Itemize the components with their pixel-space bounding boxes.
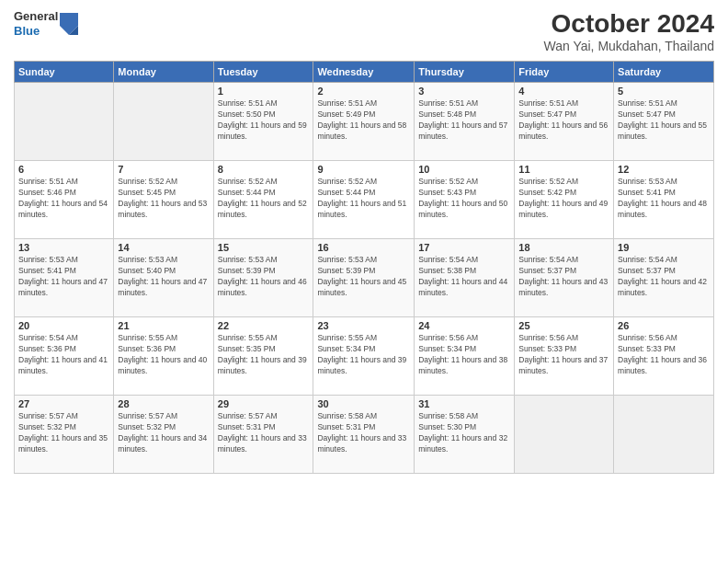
day-info: Sunrise: 5:51 AM Sunset: 5:47 PM Dayligh… bbox=[618, 98, 710, 143]
day-info: Sunrise: 5:54 AM Sunset: 5:37 PM Dayligh… bbox=[518, 255, 609, 299]
day-number: 5 bbox=[618, 86, 710, 97]
calendar-week-row: 27Sunrise: 5:57 AM Sunset: 5:32 PM Dayli… bbox=[15, 396, 714, 474]
calendar-cell: 23Sunrise: 5:55 AM Sunset: 5:34 PM Dayli… bbox=[313, 317, 415, 396]
day-number: 17 bbox=[418, 242, 510, 253]
calendar-week-row: 6Sunrise: 5:51 AM Sunset: 5:46 PM Daylig… bbox=[15, 161, 714, 239]
calendar-weekday-header: Thursday bbox=[415, 62, 515, 83]
day-info: Sunrise: 5:54 AM Sunset: 5:38 PM Dayligh… bbox=[418, 255, 510, 299]
calendar-cell: 11Sunrise: 5:52 AM Sunset: 5:42 PM Dayli… bbox=[515, 161, 614, 239]
calendar-cell: 29Sunrise: 5:57 AM Sunset: 5:31 PM Dayli… bbox=[213, 396, 313, 474]
calendar-cell: 4Sunrise: 5:51 AM Sunset: 5:47 PM Daylig… bbox=[515, 83, 614, 161]
title-block: October 2024 Wan Yai, Mukdahan, Thailand bbox=[544, 9, 715, 53]
day-number: 1 bbox=[218, 86, 310, 97]
calendar-cell: 25Sunrise: 5:56 AM Sunset: 5:33 PM Dayli… bbox=[515, 317, 614, 396]
month-title: October 2024 bbox=[544, 9, 715, 39]
calendar-week-row: 20Sunrise: 5:54 AM Sunset: 5:36 PM Dayli… bbox=[15, 317, 714, 396]
day-number: 21 bbox=[118, 320, 209, 331]
day-info: Sunrise: 5:56 AM Sunset: 5:34 PM Dayligh… bbox=[418, 333, 510, 377]
calendar-cell: 17Sunrise: 5:54 AM Sunset: 5:38 PM Dayli… bbox=[415, 239, 515, 317]
day-info: Sunrise: 5:52 AM Sunset: 5:44 PM Dayligh… bbox=[218, 177, 310, 221]
header: General Blue October 2024 Wan Yai, Mukda… bbox=[14, 9, 714, 53]
day-number: 4 bbox=[518, 86, 609, 97]
calendar-table: SundayMondayTuesdayWednesdayThursdayFrid… bbox=[14, 61, 714, 474]
calendar-weekday-header: Friday bbox=[515, 62, 614, 83]
day-number: 8 bbox=[218, 164, 310, 175]
calendar-cell bbox=[114, 83, 213, 161]
day-number: 19 bbox=[618, 242, 710, 253]
calendar-cell bbox=[614, 396, 714, 474]
day-number: 27 bbox=[18, 398, 109, 409]
calendar-cell bbox=[515, 396, 614, 474]
calendar-cell: 14Sunrise: 5:53 AM Sunset: 5:40 PM Dayli… bbox=[114, 239, 213, 317]
day-number: 2 bbox=[317, 86, 410, 97]
calendar-cell: 28Sunrise: 5:57 AM Sunset: 5:32 PM Dayli… bbox=[114, 396, 213, 474]
calendar-cell: 10Sunrise: 5:52 AM Sunset: 5:43 PM Dayli… bbox=[415, 161, 515, 239]
day-number: 11 bbox=[518, 164, 609, 175]
day-info: Sunrise: 5:58 AM Sunset: 5:31 PM Dayligh… bbox=[317, 411, 410, 455]
day-info: Sunrise: 5:57 AM Sunset: 5:32 PM Dayligh… bbox=[18, 411, 109, 455]
calendar-weekday-header: Wednesday bbox=[313, 62, 415, 83]
day-number: 13 bbox=[18, 242, 109, 253]
calendar-cell: 1Sunrise: 5:51 AM Sunset: 5:50 PM Daylig… bbox=[213, 83, 313, 161]
calendar-weekday-header: Monday bbox=[114, 62, 213, 83]
calendar-cell: 26Sunrise: 5:56 AM Sunset: 5:33 PM Dayli… bbox=[614, 317, 714, 396]
day-number: 18 bbox=[518, 242, 609, 253]
day-number: 12 bbox=[618, 164, 710, 175]
logo-icon bbox=[60, 13, 78, 35]
day-info: Sunrise: 5:51 AM Sunset: 5:48 PM Dayligh… bbox=[418, 98, 510, 143]
logo-general: General bbox=[14, 9, 58, 24]
calendar-week-row: 1Sunrise: 5:51 AM Sunset: 5:50 PM Daylig… bbox=[15, 83, 714, 161]
logo-blue: Blue bbox=[14, 24, 58, 39]
subtitle: Wan Yai, Mukdahan, Thailand bbox=[544, 39, 715, 53]
calendar-cell: 31Sunrise: 5:58 AM Sunset: 5:30 PM Dayli… bbox=[415, 396, 515, 474]
day-info: Sunrise: 5:53 AM Sunset: 5:41 PM Dayligh… bbox=[618, 177, 710, 221]
calendar-weekday-header: Saturday bbox=[614, 62, 714, 83]
day-number: 6 bbox=[18, 164, 109, 175]
day-number: 22 bbox=[218, 320, 310, 331]
day-info: Sunrise: 5:54 AM Sunset: 5:36 PM Dayligh… bbox=[18, 333, 109, 377]
day-number: 30 bbox=[317, 398, 410, 409]
day-info: Sunrise: 5:51 AM Sunset: 5:50 PM Dayligh… bbox=[218, 98, 310, 143]
calendar-cell: 12Sunrise: 5:53 AM Sunset: 5:41 PM Dayli… bbox=[614, 161, 714, 239]
day-info: Sunrise: 5:52 AM Sunset: 5:42 PM Dayligh… bbox=[518, 177, 609, 221]
calendar-cell bbox=[15, 83, 114, 161]
day-number: 31 bbox=[418, 398, 510, 409]
calendar-cell: 19Sunrise: 5:54 AM Sunset: 5:37 PM Dayli… bbox=[614, 239, 714, 317]
day-info: Sunrise: 5:52 AM Sunset: 5:45 PM Dayligh… bbox=[118, 177, 209, 221]
calendar-cell: 3Sunrise: 5:51 AM Sunset: 5:48 PM Daylig… bbox=[415, 83, 515, 161]
calendar-header-row: SundayMondayTuesdayWednesdayThursdayFrid… bbox=[15, 62, 714, 83]
day-info: Sunrise: 5:51 AM Sunset: 5:46 PM Dayligh… bbox=[18, 177, 109, 221]
calendar-weekday-header: Sunday bbox=[15, 62, 114, 83]
calendar-cell: 27Sunrise: 5:57 AM Sunset: 5:32 PM Dayli… bbox=[15, 396, 114, 474]
day-number: 7 bbox=[118, 164, 209, 175]
page-container: General Blue October 2024 Wan Yai, Mukda… bbox=[0, 0, 728, 563]
calendar-cell: 30Sunrise: 5:58 AM Sunset: 5:31 PM Dayli… bbox=[313, 396, 415, 474]
day-info: Sunrise: 5:57 AM Sunset: 5:32 PM Dayligh… bbox=[118, 411, 209, 455]
calendar-cell: 8Sunrise: 5:52 AM Sunset: 5:44 PM Daylig… bbox=[213, 161, 313, 239]
day-info: Sunrise: 5:55 AM Sunset: 5:36 PM Dayligh… bbox=[118, 333, 209, 377]
day-number: 3 bbox=[418, 86, 510, 97]
day-info: Sunrise: 5:53 AM Sunset: 5:39 PM Dayligh… bbox=[317, 255, 410, 299]
day-number: 9 bbox=[317, 164, 410, 175]
day-info: Sunrise: 5:53 AM Sunset: 5:39 PM Dayligh… bbox=[218, 255, 310, 299]
calendar-cell: 5Sunrise: 5:51 AM Sunset: 5:47 PM Daylig… bbox=[614, 83, 714, 161]
day-number: 20 bbox=[18, 320, 109, 331]
day-info: Sunrise: 5:55 AM Sunset: 5:34 PM Dayligh… bbox=[317, 333, 410, 377]
day-info: Sunrise: 5:54 AM Sunset: 5:37 PM Dayligh… bbox=[618, 255, 710, 299]
day-info: Sunrise: 5:52 AM Sunset: 5:43 PM Dayligh… bbox=[418, 177, 510, 221]
calendar-cell: 21Sunrise: 5:55 AM Sunset: 5:36 PM Dayli… bbox=[114, 317, 213, 396]
calendar-cell: 20Sunrise: 5:54 AM Sunset: 5:36 PM Dayli… bbox=[15, 317, 114, 396]
calendar-cell: 22Sunrise: 5:55 AM Sunset: 5:35 PM Dayli… bbox=[213, 317, 313, 396]
calendar-cell: 16Sunrise: 5:53 AM Sunset: 5:39 PM Dayli… bbox=[313, 239, 415, 317]
calendar-cell: 24Sunrise: 5:56 AM Sunset: 5:34 PM Dayli… bbox=[415, 317, 515, 396]
day-info: Sunrise: 5:56 AM Sunset: 5:33 PM Dayligh… bbox=[618, 333, 710, 377]
calendar-cell: 18Sunrise: 5:54 AM Sunset: 5:37 PM Dayli… bbox=[515, 239, 614, 317]
day-info: Sunrise: 5:52 AM Sunset: 5:44 PM Dayligh… bbox=[317, 177, 410, 221]
day-number: 26 bbox=[618, 320, 710, 331]
day-number: 25 bbox=[518, 320, 609, 331]
day-number: 23 bbox=[317, 320, 410, 331]
calendar-week-row: 13Sunrise: 5:53 AM Sunset: 5:41 PM Dayli… bbox=[15, 239, 714, 317]
day-info: Sunrise: 5:56 AM Sunset: 5:33 PM Dayligh… bbox=[518, 333, 609, 377]
calendar-cell: 15Sunrise: 5:53 AM Sunset: 5:39 PM Dayli… bbox=[213, 239, 313, 317]
logo: General Blue bbox=[14, 9, 78, 38]
